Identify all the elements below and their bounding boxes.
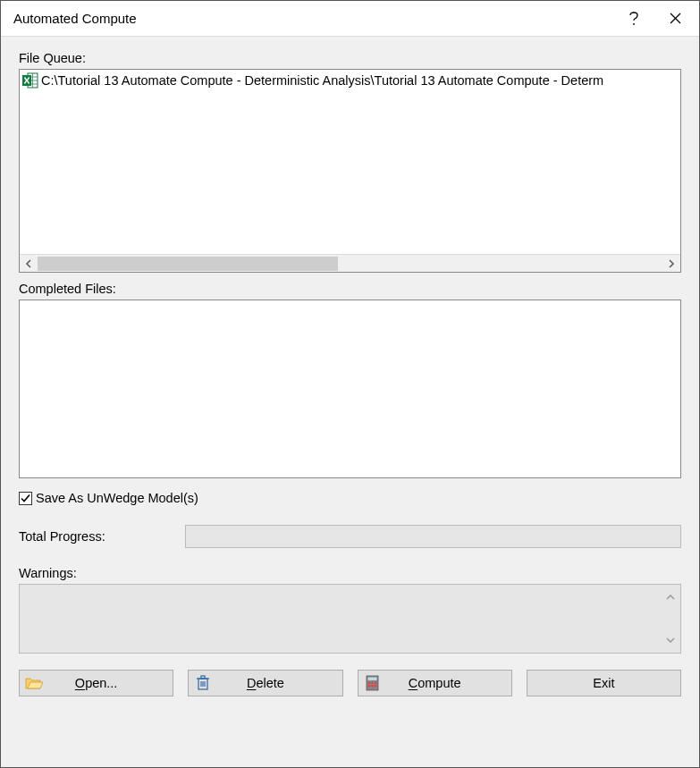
- completed-files-listbox[interactable]: [19, 300, 681, 478]
- scroll-thumb[interactable]: [38, 257, 338, 271]
- horizontal-scrollbar[interactable]: [20, 254, 680, 272]
- chevron-down-icon: [666, 637, 675, 644]
- close-icon: [670, 13, 681, 24]
- spinner-up[interactable]: [661, 588, 680, 606]
- total-progress-label: Total Progress:: [19, 529, 185, 544]
- trash-icon: [194, 674, 212, 692]
- button-row: Open... Delete: [19, 670, 681, 696]
- svg-rect-21: [371, 685, 374, 688]
- automated-compute-dialog: Automated Compute File Queue:: [0, 0, 700, 768]
- file-queue-item[interactable]: C:\Tutorial 13 Automate Compute - Determ…: [20, 70, 680, 91]
- close-button[interactable]: [654, 1, 696, 37]
- svg-rect-22: [375, 685, 377, 688]
- warnings-text: [20, 585, 661, 653]
- svg-rect-17: [368, 682, 371, 685]
- folder-icon: [25, 674, 43, 692]
- help-button[interactable]: [613, 1, 654, 37]
- file-queue-items: C:\Tutorial 13 Automate Compute - Determ…: [20, 70, 680, 254]
- chevron-right-icon: [668, 259, 675, 268]
- warnings-textbox[interactable]: [19, 584, 681, 654]
- checkmark-icon: [21, 494, 30, 503]
- dialog-content: File Queue: C:\Tutorial 13 Automate Comp…: [1, 37, 699, 767]
- delete-button-label: Delete: [247, 676, 284, 690]
- scroll-track[interactable]: [38, 255, 662, 273]
- delete-button[interactable]: Delete: [188, 670, 342, 696]
- total-progress-row: Total Progress:: [19, 525, 681, 548]
- warnings-spinner[interactable]: [661, 585, 680, 653]
- compute-button-label: Compute: [409, 676, 461, 690]
- chevron-up-icon: [666, 594, 675, 601]
- save-as-unwedge-row[interactable]: Save As UnWedge Model(s): [19, 491, 681, 505]
- completed-files-label: Completed Files:: [19, 282, 681, 296]
- svg-rect-16: [368, 678, 377, 681]
- open-button-label: Open...: [75, 676, 118, 690]
- help-icon: [628, 12, 639, 26]
- svg-rect-18: [371, 682, 374, 685]
- file-queue-label: File Queue:: [19, 51, 681, 65]
- dialog-title: Automated Compute: [13, 11, 613, 26]
- calculator-icon: [364, 674, 382, 692]
- scroll-right-button[interactable]: [662, 255, 680, 273]
- file-queue-item-path: C:\Tutorial 13 Automate Compute - Determ…: [41, 73, 603, 88]
- total-progress-bar: [185, 525, 681, 548]
- compute-button[interactable]: Compute: [358, 670, 512, 696]
- file-queue-listbox[interactable]: C:\Tutorial 13 Automate Compute - Determ…: [19, 69, 681, 273]
- spinner-down[interactable]: [661, 631, 680, 649]
- warnings-label: Warnings:: [19, 566, 681, 580]
- exit-button-label: Exit: [593, 676, 614, 690]
- svg-rect-11: [201, 676, 205, 679]
- exit-button[interactable]: Exit: [527, 670, 681, 696]
- scroll-left-button[interactable]: [20, 255, 38, 273]
- save-as-unwedge-label: Save As UnWedge Model(s): [36, 491, 198, 505]
- chevron-left-icon: [25, 259, 32, 268]
- svg-rect-20: [368, 685, 371, 688]
- titlebar: Automated Compute: [1, 1, 699, 37]
- open-button[interactable]: Open...: [19, 670, 173, 696]
- excel-icon: [21, 72, 39, 89]
- save-as-unwedge-checkbox[interactable]: [19, 492, 32, 505]
- svg-point-0: [633, 23, 635, 25]
- svg-rect-19: [375, 682, 377, 685]
